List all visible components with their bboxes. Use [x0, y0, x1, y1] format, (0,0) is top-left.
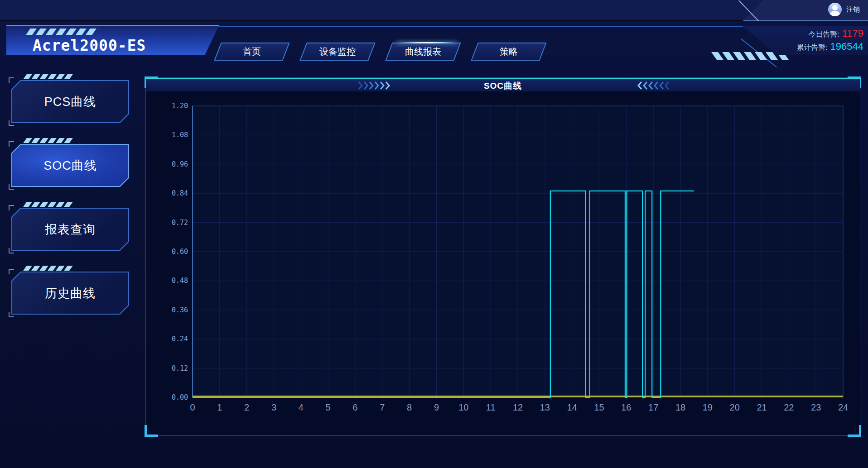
avatar-head-shape [832, 5, 838, 10]
tab-curve-report[interactable]: 曲线报表 [385, 43, 461, 61]
svg-text:15: 15 [594, 402, 604, 412]
soc-line-chart: 0.000.120.240.360.480.600.720.840.961.08… [168, 91, 861, 435]
svg-text:3: 3 [271, 402, 276, 412]
svg-text:0.48: 0.48 [172, 277, 188, 285]
top-bar: 注销 [0, 0, 868, 21]
svg-text:20: 20 [730, 402, 740, 412]
svg-text:6: 6 [352, 402, 357, 412]
today-alarm-row: 今日告警: 1179 [808, 28, 863, 39]
sidebar-item-history-curve[interactable]: 历史曲线 [11, 272, 129, 315]
corner-mark [9, 269, 14, 274]
svg-text:1: 1 [217, 402, 222, 412]
svg-text:0.60: 0.60 [172, 248, 188, 256]
svg-text:0.96: 0.96 [172, 160, 188, 168]
svg-text:0.24: 0.24 [172, 335, 188, 343]
svg-text:0: 0 [190, 402, 195, 412]
svg-text:0.84: 0.84 [172, 189, 188, 197]
svg-text:4: 4 [299, 402, 304, 412]
logout-button[interactable]: 注销 [828, 3, 860, 16]
main-nav: 首页 设备监控 曲线报表 策略 [217, 43, 543, 61]
corner-mark [9, 184, 14, 190]
user-avatar-icon[interactable] [828, 3, 842, 16]
svg-text:18: 18 [675, 402, 685, 412]
svg-text:7: 7 [380, 402, 385, 412]
today-alarm-value: 1179 [842, 28, 863, 39]
chevrons-left-icon [634, 81, 670, 90]
sidebar-item-pcs-curve[interactable]: PCS曲线 [11, 80, 129, 123]
button-stripes-decoration [25, 202, 71, 207]
svg-text:2: 2 [244, 402, 249, 412]
sidebar-group-soc: SOC曲线 [11, 144, 129, 187]
band-top-border [199, 26, 743, 27]
svg-text:1.20: 1.20 [172, 102, 188, 110]
corner-mark [9, 141, 14, 147]
svg-text:1.08: 1.08 [172, 131, 188, 139]
panel-header: SOC曲线 [146, 78, 860, 91]
total-alarm-label: 累计告警: [796, 43, 827, 53]
corner-mark [9, 205, 14, 210]
sidebar-item-report-query[interactable]: 报表查询 [11, 208, 129, 251]
corner-mark [9, 120, 14, 126]
today-alarm-label: 今日告警: [808, 30, 839, 39]
svg-text:22: 22 [784, 402, 794, 412]
svg-text:13: 13 [540, 402, 550, 412]
svg-text:0.72: 0.72 [172, 219, 188, 227]
svg-text:24: 24 [838, 402, 848, 412]
svg-text:14: 14 [567, 402, 577, 412]
sidebar-item-soc-curve[interactable]: SOC曲线 [11, 144, 129, 187]
alarm-summary: 今日告警: 1179 累计告警: 196544 [742, 26, 868, 55]
tab-strategy[interactable]: 策略 [471, 43, 546, 61]
acrel-dashboard: { "app": { "title": "Acrel2000-ES", "log… [0, 0, 868, 468]
svg-text:17: 17 [648, 402, 658, 412]
logo-block: Acrel2000-ES [6, 25, 219, 55]
button-stripes-decoration [25, 266, 71, 271]
corner-mark [9, 248, 14, 253]
total-alarm-row: 累计告警: 196544 [796, 41, 863, 53]
app-title: Acrel2000-ES [33, 37, 146, 54]
svg-text:9: 9 [434, 402, 439, 412]
svg-text:16: 16 [621, 402, 631, 412]
sidebar-group-pcs: PCS曲线 [11, 80, 129, 123]
corner-mark [9, 77, 14, 83]
avatar-body-shape [830, 11, 840, 16]
corner-mark [9, 312, 14, 317]
svg-text:0.00: 0.00 [172, 393, 188, 401]
sidebar-group-report: 报表查询 [11, 208, 129, 251]
tab-home[interactable]: 首页 [214, 43, 289, 61]
svg-text:12: 12 [513, 402, 523, 412]
svg-text:21: 21 [757, 402, 767, 412]
button-stripes-decoration [25, 138, 71, 143]
tab-device-monitor[interactable]: 设备监控 [299, 43, 375, 61]
svg-text:10: 10 [458, 402, 468, 412]
svg-text:0.12: 0.12 [172, 364, 188, 372]
svg-text:0.36: 0.36 [172, 306, 188, 314]
soc-curve-panel: SOC曲线 0.000.120.240.360.480.600.720.840.… [145, 77, 860, 436]
logo-stripes-decoration [28, 29, 94, 35]
chart-title: SOC曲线 [146, 80, 860, 92]
logout-label[interactable]: 注销 [846, 5, 860, 14]
svg-text:19: 19 [703, 402, 713, 412]
total-alarm-value: 196544 [830, 41, 863, 53]
svg-text:8: 8 [407, 402, 412, 412]
sidebar-group-history: 历史曲线 [11, 272, 129, 315]
svg-text:11: 11 [486, 402, 496, 412]
panel-corner-bracket [145, 425, 158, 437]
svg-text:5: 5 [326, 402, 331, 412]
svg-text:23: 23 [811, 402, 821, 412]
button-stripes-decoration [25, 74, 71, 79]
header-band: Acrel2000-ES 首页 设备监控 曲线报表 策略 今日告警: 1179 … [0, 21, 868, 55]
